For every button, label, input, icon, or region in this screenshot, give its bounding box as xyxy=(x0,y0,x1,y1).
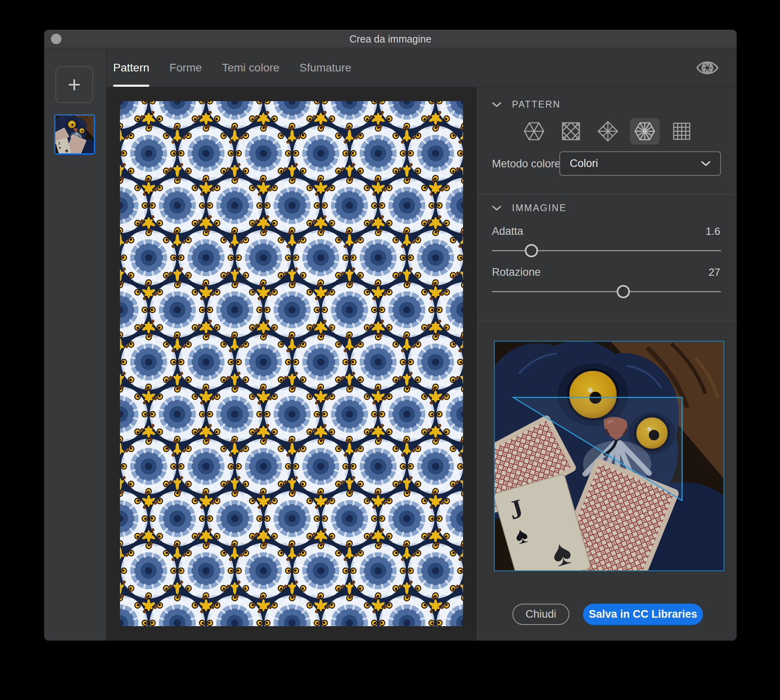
chevron-down-icon[interactable] xyxy=(492,102,502,108)
tab-sfumature[interactable]: Sfumature xyxy=(299,49,351,87)
section-divider xyxy=(477,321,737,322)
rotation-slider-handle[interactable] xyxy=(617,285,630,298)
pattern-shape-row xyxy=(519,118,697,144)
shape-radial-hexagon-kaleidoscope-button[interactable] xyxy=(630,118,660,144)
source-image-preview[interactable] xyxy=(494,341,724,571)
image-sidebar: + xyxy=(44,49,106,641)
radial-hexagon-kaleidoscope-icon xyxy=(634,120,656,142)
shape-hexagon-kaleidoscope-button[interactable] xyxy=(519,118,549,144)
capture-preview-button[interactable] xyxy=(696,56,719,79)
shape-square-kaleidoscope-button[interactable] xyxy=(556,118,586,144)
rotation-label: Rotazione xyxy=(492,266,541,279)
close-button[interactable]: Chiudi xyxy=(512,604,569,625)
hexagon-kaleidoscope-icon xyxy=(523,120,545,142)
section-divider xyxy=(477,194,737,195)
shape-grid-button[interactable] xyxy=(667,118,697,144)
fit-label: Adatta xyxy=(492,225,523,238)
thumbnail-cat-image xyxy=(55,116,94,153)
rotation-slider-track[interactable] xyxy=(492,291,721,292)
fit-slider-track[interactable] xyxy=(492,250,721,251)
tab-pattern[interactable]: Pattern xyxy=(113,49,149,87)
diamond-kaleidoscope-icon xyxy=(597,120,619,142)
pattern-preview[interactable] xyxy=(120,101,463,626)
image-section-title: IMMAGINE xyxy=(512,203,567,214)
pattern-section-title: PATTERN xyxy=(512,99,561,110)
image-section-header: IMMAGINE xyxy=(492,203,567,214)
crea-da-immagine-window: Crea da immagine + Pattern Forme Temi co… xyxy=(44,30,737,641)
settings-panel: PATTERN xyxy=(477,87,737,641)
chevron-down-icon xyxy=(701,161,711,167)
pattern-canvas xyxy=(107,87,477,641)
rotation-value: 27 xyxy=(709,266,720,279)
title-bar: Crea da immagine xyxy=(44,30,737,48)
grid-icon xyxy=(670,120,693,142)
fit-slider-handle[interactable] xyxy=(525,244,538,257)
screen: Crea da immagine + Pattern Forme Temi co… xyxy=(0,0,780,700)
shape-diamond-kaleidoscope-button[interactable] xyxy=(593,118,623,144)
fit-value: 1.6 xyxy=(706,225,720,238)
aperture-eye-icon xyxy=(696,56,719,79)
image-thumbnail-selected[interactable] xyxy=(54,114,95,155)
save-to-cc-libraries-button[interactable]: Salva in CC Libraries xyxy=(583,604,703,625)
source-cat-image xyxy=(495,342,723,570)
tab-bar: Pattern Forme Temi colore Sfumature xyxy=(107,49,737,87)
square-kaleidoscope-icon xyxy=(560,120,582,142)
chevron-down-icon[interactable] xyxy=(492,205,502,211)
color-method-label: Metodo colore xyxy=(492,158,561,170)
color-method-select[interactable]: Colori xyxy=(559,151,721,176)
window-title: Crea da immagine xyxy=(44,30,737,48)
kaleidoscope-pattern-image xyxy=(120,101,463,626)
color-method-value: Colori xyxy=(570,157,598,170)
tab-forme[interactable]: Forme xyxy=(169,49,202,87)
tab-temi-colore[interactable]: Temi colore xyxy=(222,49,279,87)
pattern-section-header: PATTERN xyxy=(492,99,561,110)
add-image-button[interactable]: + xyxy=(55,66,93,103)
